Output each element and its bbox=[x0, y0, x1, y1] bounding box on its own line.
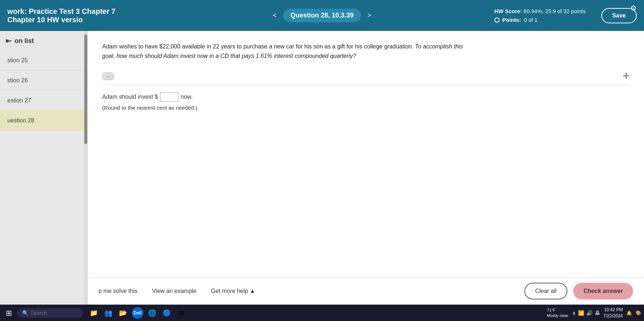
weather-desc: Mostly clear bbox=[547, 313, 568, 318]
move-icon[interactable]: ✛ bbox=[623, 71, 629, 81]
toolbar-dots-button[interactable]: ··· bbox=[102, 73, 114, 80]
taskbar-sys-icons: ∧ 📶 🔊 🖶 bbox=[572, 310, 600, 316]
sidebar-scrollbar-track bbox=[84, 31, 87, 305]
toolbar-row: ··· ✛ bbox=[102, 71, 629, 85]
question-text-part1: Adam wishes to have $22,000 available in… bbox=[102, 43, 413, 50]
taskbar-teams-icon[interactable]: 👥 bbox=[103, 307, 114, 319]
taskbar-icons: 📁 👥 📂 Dell 🌐 🔵 ⊞ bbox=[88, 307, 187, 319]
round-note: (Round to the nearest cent as needed.) bbox=[102, 105, 629, 111]
sidebar: ⇤ on list stion 25 stion 26 estion 27 ue… bbox=[0, 31, 88, 305]
sidebar-item-26[interactable]: stion 26 bbox=[0, 71, 87, 91]
sidebar-header: ⇤ on list bbox=[0, 31, 87, 51]
answer-row: Adam should invest $ now. bbox=[102, 92, 629, 102]
title-line2: Chapter 10 HW versio bbox=[7, 16, 115, 24]
taskbar-explorer-icon[interactable]: 📂 bbox=[117, 307, 129, 319]
taskbar-files-icon[interactable]: 📁 bbox=[88, 307, 100, 319]
notification-icon[interactable]: 🔔 bbox=[626, 310, 632, 316]
bottom-actions: Clear all Check answer bbox=[524, 283, 633, 300]
sidebar-item-label-28: uestion 28 bbox=[7, 117, 34, 124]
sidebar-scrollbar-thumb[interactable] bbox=[84, 35, 87, 144]
taskbar-clock[interactable]: 10:42 PM 7/22/2024 bbox=[603, 307, 623, 319]
question-text: Adam wishes to have $22,000 available in… bbox=[102, 42, 467, 60]
taskbar: ⊞ 🔍 📁 👥 📂 Dell 🌐 🔵 ⊞ 71°F Mostly clear ∧… bbox=[0, 305, 644, 321]
more-help-link[interactable]: Get more help ▲ bbox=[211, 288, 255, 294]
sidebar-item-25[interactable]: stion 25 bbox=[0, 51, 87, 71]
sidebar-nav-label: on list bbox=[15, 37, 34, 45]
clear-all-button[interactable]: Clear all bbox=[524, 283, 568, 300]
weather-temp: 71°F bbox=[547, 308, 568, 313]
taskbar-chrome-icon[interactable]: 🔵 bbox=[161, 307, 173, 319]
circle-icon bbox=[494, 17, 500, 23]
taskbar-date: 7/22/2024 bbox=[603, 313, 623, 319]
search-icon: 🔍 bbox=[22, 310, 28, 316]
sidebar-item-label-26: stion 26 bbox=[7, 77, 28, 83]
taskbar-search-container: 🔍 bbox=[17, 308, 83, 318]
content-area: Adam wishes to have $22,000 available in… bbox=[88, 31, 644, 277]
header-title: work: Practice Test 3 Chapter 7 Chapter … bbox=[7, 7, 115, 24]
points-line: Points: 0 of 1 bbox=[494, 16, 586, 24]
sidebar-item-label-27: estion 27 bbox=[7, 97, 31, 103]
taskbar-right: 71°F Mostly clear ∧ 📶 🔊 🖶 10:42 PM 7/22/… bbox=[547, 307, 641, 319]
network-icon[interactable]: 📶 bbox=[578, 310, 584, 316]
answer-input[interactable] bbox=[160, 92, 178, 102]
help-solve-link[interactable]: p me solve this bbox=[99, 288, 138, 294]
start-button[interactable]: ⊞ bbox=[3, 307, 15, 319]
taskbar-time: 10:42 PM bbox=[603, 307, 623, 313]
next-question-button[interactable]: > bbox=[365, 10, 374, 21]
points-label: Points: bbox=[502, 16, 521, 24]
sidebar-item-label-25: stion 25 bbox=[7, 57, 28, 63]
answer-prefix: Adam should invest $ bbox=[102, 94, 158, 100]
volume-icon[interactable]: 🖶 bbox=[595, 310, 600, 316]
chevron-up-icon[interactable]: ∧ bbox=[572, 310, 576, 316]
answer-suffix: now. bbox=[181, 94, 193, 100]
prev-question-button[interactable]: < bbox=[270, 10, 279, 21]
hw-score-section: HW Score: 80.94%, 25.9 of 32 points Poin… bbox=[494, 7, 586, 24]
save-button[interactable]: Save bbox=[601, 8, 637, 23]
hw-score-value: 80.94%, 25.9 of 32 points bbox=[524, 8, 586, 14]
sidebar-item-28[interactable]: uestion 28 bbox=[0, 111, 87, 131]
title-line1: work: Practice Test 3 Chapter 7 bbox=[7, 7, 115, 16]
hw-score-line: HW Score: 80.94%, 25.9 of 32 points bbox=[494, 7, 586, 16]
check-answer-button[interactable]: Check answer bbox=[573, 283, 633, 300]
taskbar-weather: 71°F Mostly clear bbox=[547, 308, 568, 318]
wifi-icon[interactable]: 🔊 bbox=[586, 310, 593, 316]
taskbar-dell-icon[interactable]: Dell bbox=[132, 307, 143, 319]
sidebar-item-27[interactable]: estion 27 bbox=[0, 91, 87, 111]
question-nav: < Question 28, 10.3.39 > bbox=[270, 9, 374, 22]
taskbar-apps-icon[interactable]: ⊞ bbox=[176, 307, 187, 319]
view-example-link[interactable]: View an example bbox=[152, 288, 197, 294]
hw-score-label: HW Score: bbox=[494, 8, 522, 14]
points-value: 0 of 1 bbox=[524, 16, 538, 24]
bottom-bar: p me solve this View an example Get more… bbox=[88, 277, 644, 305]
header: work: Practice Test 3 Chapter 7 Chapter … bbox=[0, 0, 644, 31]
color-widget-icon[interactable]: 🎨 bbox=[636, 310, 641, 316]
taskbar-edge-icon[interactable]: 🌐 bbox=[146, 307, 158, 319]
back-icon[interactable]: ⇤ bbox=[5, 36, 12, 45]
question-label: Question 28, 10.3.39 bbox=[283, 9, 361, 22]
taskbar-search-input[interactable] bbox=[31, 310, 82, 316]
